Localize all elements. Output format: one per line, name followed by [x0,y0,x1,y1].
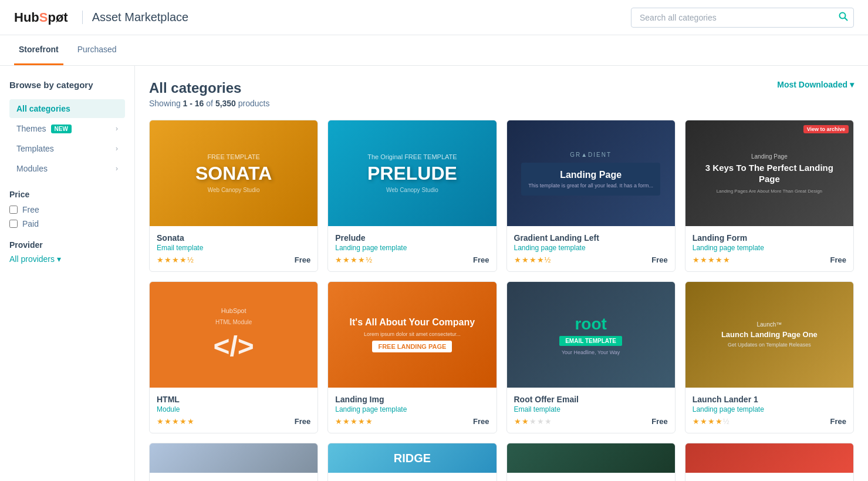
sidebar-item-themes-left: Themes NEW [16,124,72,133]
content-header: All categories Showing 1 - 16 of 5,350 p… [149,80,854,108]
thumbnail-content: Landing Page 3 Keys To The Perfect Landi… [685,144,853,203]
sidebar-item-label: Themes [16,124,46,133]
product-name: HTML [157,395,310,404]
landing-badge: View to archive [803,125,849,133]
showing-range: 1 - 16 [183,99,204,108]
star-rating: ★★★★★ [335,417,373,426]
product-footer: ★★★★★ Free [335,417,489,426]
sort-dropdown[interactable]: Most Downloaded ▾ [777,80,854,89]
product-footer: ★★★★½ Free [693,417,846,426]
browse-by-category-title: Browse by category [9,80,125,90]
star-rating: ★★★★½ [335,255,373,264]
product-thumbnail-sonata: FREE TEMPLATE SONATA Web Canopy Studio [150,120,318,226]
filter-paid[interactable]: Paid [9,219,125,228]
provider-dropdown[interactable]: All providers ▾ [9,254,125,264]
product-name: Prelude [335,233,489,243]
product-price: Free [830,417,846,426]
tab-storefront[interactable]: Storefront [14,35,63,65]
product-info: HTML Module ★★★★★ Free [150,388,318,433]
logo-dot: S [39,10,48,25]
filter-paid-label: Paid [22,219,39,228]
product-price: Free [295,255,310,264]
search-input[interactable] [631,8,854,28]
sidebar-item-label: All categories [16,104,70,113]
search-icon-button[interactable] [839,12,848,23]
content-subtitle: Showing 1 - 16 of 5,350 products [149,99,270,108]
product-footer: ★★★★½ Free [514,255,668,264]
product-name: Sonata [157,233,310,243]
product-card-landing-img[interactable]: It's All About Your Company Lorem ipsum … [327,281,497,433]
chevron-right-icon: › [116,164,118,173]
logo: HubSpøt [14,10,68,25]
product-price: Free [651,255,667,264]
filter-free-checkbox[interactable] [9,206,18,214]
filter-paid-checkbox[interactable] [9,220,18,228]
product-card-gradient[interactable]: GR▲DIENT Landing Page This template is g… [506,120,676,272]
product-price: Free [473,255,489,264]
provider-section: Provider All providers ▾ [9,240,125,264]
product-card-prelude[interactable]: The Original FREE TEMPLATE PRELUDE Web C… [327,120,497,272]
product-name: Landing Img [335,395,489,404]
content-area: All categories Showing 1 - 16 of 5,350 p… [135,66,868,481]
product-footer: ★★★★½ Free [157,255,310,264]
content-title: All categories [149,80,270,96]
filter-free[interactable]: Free [9,205,125,214]
thumbnail-text: SONATA [195,163,272,184]
nav-tabs: Storefront Purchased [0,35,868,66]
chevron-down-icon: ▾ [850,80,854,89]
product-thumbnail-landingimg: It's All About Your Company Lorem ipsum … [328,282,496,388]
sidebar-item-templates[interactable]: Templates › [9,139,125,158]
product-price: Free [651,417,667,426]
star-rating: ★★★★½ [514,255,552,264]
chevron-down-icon: ▾ [57,254,61,264]
product-card-landing-form[interactable]: View to archive Landing Page 3 Keys To T… [685,120,854,272]
price-filter-section: Price Free Paid [9,190,125,228]
product-thumbnail-launch: Launch™ Launch Landing Page One Get Upda… [685,282,853,388]
provider-dropdown-label: All providers [9,254,55,264]
sidebar-item-templates-left: Templates [16,144,54,153]
product-info: Prelude Landing page template ★★★★½ Free [328,226,496,271]
root-title: root [559,315,622,334]
product-price: Free [295,417,310,426]
sidebar: Browse by category All categories Themes… [0,66,135,481]
sidebar-item-all-categories[interactable]: All categories [9,99,125,118]
provider-title: Provider [9,240,125,250]
new-badge: NEW [51,125,72,133]
product-type: Landing page template [335,405,489,413]
product-footer: ★★★★★ Free [514,417,668,426]
chevron-right-icon: › [116,144,118,153]
product-info: Landing Form Landing page template ★★★★★… [685,226,853,271]
thumbnail-content: GR▲DIENT Landing Page This template is g… [512,142,670,205]
root-badge: EMAIL TEMPLATE [559,336,622,346]
filter-free-label: Free [22,205,39,214]
showing-middle: of [204,99,215,108]
header: HubSpøt Asset Marketplace [0,0,868,35]
product-type: Module [157,405,310,413]
tab-purchased[interactable]: Purchased [73,35,121,65]
product-type: Email template [157,244,310,252]
product-info: Launch Lander 1 Landing page template ★★… [685,388,853,433]
product-price: Free [830,255,846,264]
sidebar-item-label: Modules [16,164,48,173]
product-name: Gradient Landing Left [514,233,668,243]
sidebar-item-themes[interactable]: Themes NEW › [9,119,125,138]
product-card-launch[interactable]: Launch™ Launch Landing Page One Get Upda… [685,281,854,433]
product-name: Root Offer Email [514,395,668,404]
thumbnail-content: root EMAIL TEMPLATE Your Headline, Your … [548,303,634,367]
sidebar-item-label: Templates [16,144,54,153]
product-type: Landing page template [693,244,846,252]
thumbnail-content: Launch™ Launch Landing Page One Get Upda… [712,312,827,358]
product-thumbnail-landing: View to archive Landing Page 3 Keys To T… [685,120,853,226]
product-type: Landing page template [335,244,489,252]
product-card-root[interactable]: root EMAIL TEMPLATE Your Headline, Your … [506,281,676,433]
sidebar-item-modules[interactable]: Modules › [9,159,125,178]
content-header-left: All categories Showing 1 - 16 of 5,350 p… [149,80,270,108]
product-thumbnail-root: root EMAIL TEMPLATE Your Headline, Your … [507,282,675,388]
star-rating: ★★★★★ [157,417,195,426]
showing-prefix: Showing [149,99,183,108]
sidebar-item-modules-left: Modules [16,164,48,173]
product-type: Landing page template [693,405,846,413]
product-card-html[interactable]: HubSpot HTML Module </> HTML Module ★★★★… [149,281,318,433]
product-info: Gradient Landing Left Landing page templ… [507,226,675,271]
product-card-sonata[interactable]: FREE TEMPLATE SONATA Web Canopy Studio S… [149,120,318,272]
